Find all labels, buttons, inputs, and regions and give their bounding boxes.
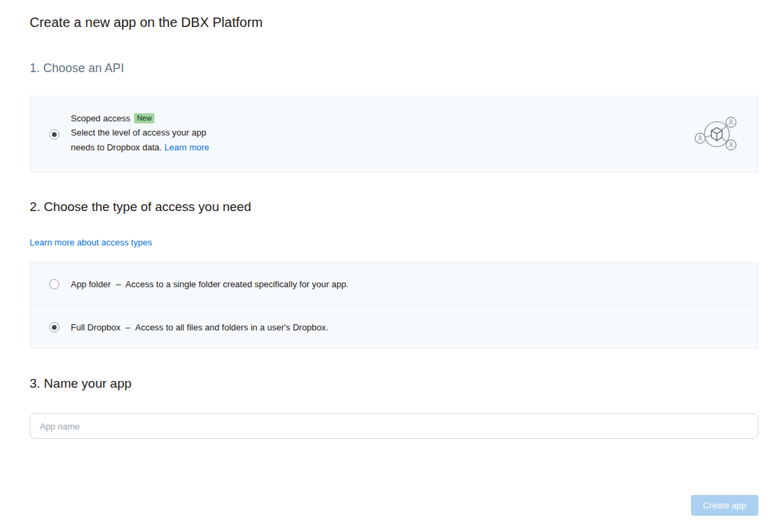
learn-more-link[interactable]: Learn more: [164, 142, 209, 152]
scoped-access-icon: [693, 113, 743, 155]
access-option-full-dropbox[interactable]: Full Dropbox – Access to all files and f…: [30, 305, 758, 348]
scoped-access-illustration: [693, 113, 743, 155]
cube-icon: [711, 127, 722, 140]
create-app-button[interactable]: Create app: [691, 495, 758, 516]
page-container: Create a new app on the DBX Platform 1. …: [0, 0, 780, 516]
page-title: Create a new app on the DBX Platform: [30, 0, 758, 30]
new-badge: New: [134, 113, 154, 123]
full-dropbox-description: Access to all files and folders in a use…: [135, 322, 328, 332]
scoped-access-title: Scoped access: [71, 113, 130, 123]
separator: –: [125, 322, 130, 332]
access-type-card: App folder – Access to a single folder c…: [30, 262, 758, 349]
app-folder-description: Access to a single folder created specif…: [125, 279, 349, 289]
scoped-access-card: Scoped access New Select the level of ac…: [30, 96, 758, 173]
scoped-access-body: Scoped access New Select the level of ac…: [71, 113, 231, 155]
separator: –: [116, 279, 121, 289]
app-folder-radio[interactable]: [49, 279, 59, 289]
access-types-link[interactable]: Learn more about access types: [30, 237, 152, 247]
section-heading-choose-api: 1. Choose an API: [30, 61, 758, 76]
section-heading-name-app: 3. Name your app: [30, 376, 758, 391]
scoped-access-radio[interactable]: [49, 129, 59, 140]
app-name-input[interactable]: [30, 413, 758, 439]
full-dropbox-title: Full Dropbox: [71, 322, 121, 332]
app-folder-title: App folder: [71, 279, 111, 289]
section-heading-access-type: 2. Choose the type of access you need: [30, 200, 758, 214]
full-dropbox-radio[interactable]: [49, 322, 59, 332]
footer-actions: Create app: [30, 495, 758, 516]
access-option-app-folder[interactable]: App folder – Access to a single folder c…: [30, 263, 758, 305]
